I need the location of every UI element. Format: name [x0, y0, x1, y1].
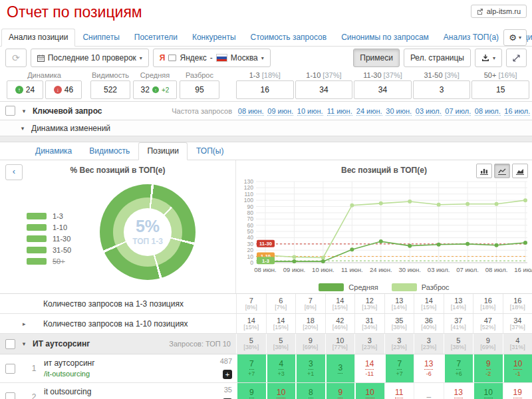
caret-down-icon[interactable]: ▾: [15, 340, 33, 347]
caret-right-icon[interactable]: ▸: [23, 321, 26, 327]
position-value[interactable]: 10: [513, 359, 522, 369]
position-value[interactable]: 9: [249, 388, 254, 398]
line-legend-item[interactable]: Средняя: [319, 283, 378, 291]
legend-swatch: [27, 258, 47, 265]
caret-down-icon[interactable]: ▾: [14, 125, 31, 132]
site-link[interactable]: alp-itsm.ru: [471, 5, 527, 18]
engine-region-dropdown[interactable]: Я Яндекс - Москва ▾: [153, 49, 271, 67]
period-dropdown[interactable]: Последние 10 проверок ▾: [31, 49, 149, 67]
chart-type-area-button[interactable]: [512, 164, 528, 178]
main-nav-tab[interactable]: Анализ ТОП(а): [436, 29, 506, 46]
position-cell: 10-1: [266, 383, 296, 399]
legend-swatch: [27, 247, 47, 253]
stats-bar: Динамика ↑24 ↓46 Видимость 522 Средняя 3…: [0, 69, 532, 101]
donut-legend-item[interactable]: 1-10: [27, 223, 71, 231]
chart-tab[interactable]: Динамика: [27, 142, 80, 160]
position-value[interactable]: 9: [338, 388, 342, 398]
date-link[interactable]: 09 июн.: [267, 107, 293, 116]
add-plus-button[interactable]: +: [223, 370, 232, 379]
position-cell: 13-2: [444, 383, 473, 399]
keyword-checkbox-wrap: [0, 354, 24, 382]
select-all-checkbox[interactable]: [5, 106, 15, 116]
position-value[interactable]: 14: [365, 359, 374, 369]
refresh-button[interactable]: ⟳: [5, 49, 27, 67]
value-percent: [38%]: [392, 325, 407, 331]
legend-label: Разброс: [422, 283, 450, 291]
position-value[interactable]: 7: [397, 359, 402, 369]
value-percent: [15%]: [273, 325, 289, 331]
position-value[interactable]: 7: [249, 359, 254, 369]
arrow-up-icon: ↑: [15, 86, 23, 94]
position-value[interactable]: 11: [395, 388, 403, 398]
position-cell: 10+3: [473, 383, 503, 399]
position-value[interactable]: 7: [456, 359, 461, 369]
value-cell: 14[15%]: [236, 314, 266, 333]
settings-gear-button[interactable]: ⚙▾: [503, 29, 527, 46]
page-title: Отчет по позициям: [7, 3, 525, 21]
group-checkbox[interactable]: [5, 339, 15, 349]
chart-type-bars-button[interactable]: [476, 164, 492, 178]
position-value[interactable]: 9: [486, 359, 491, 369]
value-cell: 16[18%]: [473, 294, 503, 313]
visibility-value: 522: [90, 80, 130, 99]
donut-legend-item[interactable]: 1-3: [27, 212, 71, 220]
position-value[interactable]: 3: [309, 359, 313, 369]
expand-all-caret-icon[interactable]: ▾: [15, 108, 33, 114]
value-cell: 14[15%]: [325, 294, 355, 313]
position-cell: 19-9: [503, 383, 532, 399]
chart-tab[interactable]: ТОП(ы): [188, 142, 232, 160]
donut-legend-item[interactable]: 50+: [27, 257, 71, 265]
position-value[interactable]: 3: [338, 363, 342, 373]
position-value[interactable]: 10: [484, 388, 493, 398]
position-value[interactable]: 10: [277, 388, 285, 398]
position-value[interactable]: 10: [366, 388, 374, 398]
value-percent: [15%]: [332, 305, 348, 311]
date-link[interactable]: 08 июн.: [238, 107, 264, 116]
keyword-checkbox[interactable]: [5, 392, 15, 399]
date-link[interactable]: 07 июл.: [445, 107, 471, 116]
line-legend-item[interactable]: Разброс: [392, 283, 450, 291]
main-nav-tab[interactable]: Синонимы по запросам: [334, 29, 436, 46]
position-value[interactable]: 19: [513, 388, 522, 398]
donut-title: % Вес позиций в ТОП(е): [0, 166, 235, 175]
legend-swatch: [392, 283, 417, 291]
date-link[interactable]: 16 июл.: [504, 107, 530, 116]
date-link[interactable]: 30 июн.: [386, 107, 412, 116]
date-column-header: 08 июл.: [473, 107, 503, 115]
position-value[interactable]: 4: [279, 359, 283, 369]
position-value[interactable]: 13: [454, 388, 463, 398]
legend-swatch: [319, 283, 344, 291]
main-nav-tab[interactable]: Стоимость запросов: [243, 29, 334, 46]
value-cell: 12[13%]: [354, 294, 384, 313]
main-nav-tab[interactable]: Конкуренты: [185, 29, 243, 46]
date-link[interactable]: 03 июл.: [416, 107, 442, 116]
date-link[interactable]: 10 июн.: [297, 107, 323, 116]
keyword-checkbox[interactable]: [5, 364, 15, 374]
main-nav-tab[interactable]: Сниппеты: [75, 29, 126, 46]
period-label: Последние 10 проверок: [48, 53, 136, 63]
date-link[interactable]: 24 июн.: [356, 107, 382, 116]
position-cell: 3+1: [295, 354, 325, 382]
keyword-url-link[interactable]: /it-outsourcing: [44, 369, 201, 378]
donut-legend-item[interactable]: 11-30: [27, 235, 71, 243]
expand-button[interactable]: [506, 49, 527, 67]
main-nav-tab[interactable]: Посетители: [127, 29, 185, 46]
chart-tab[interactable]: Видимость: [80, 142, 138, 160]
value-percent: [31%]: [510, 344, 525, 351]
download-button[interactable]: ▾: [475, 49, 502, 67]
position-value[interactable]: 13: [424, 359, 433, 369]
value-cell: 13[14%]: [384, 294, 414, 313]
spread-value: 95: [180, 80, 219, 99]
impurities-button[interactable]: Примеси: [353, 49, 400, 67]
position-buckets: 1-3 [18%]161-10 [37%]3411-30 [37%]3431-5…: [236, 70, 529, 99]
chart-type-line-button[interactable]: [494, 164, 510, 178]
date-link[interactable]: 11 июн.: [327, 107, 352, 116]
donut-legend-item[interactable]: 31-50: [27, 246, 71, 254]
position-value[interactable]: 8: [309, 388, 313, 398]
position-cell: 9-1: [325, 383, 355, 399]
chart-tab[interactable]: Позиции: [138, 142, 188, 160]
collapse-panel-button[interactable]: ‹: [5, 164, 23, 180]
date-link[interactable]: 08 июл.: [475, 107, 501, 116]
rel-pages-button[interactable]: Рел. страницы: [404, 49, 471, 67]
main-nav-tab[interactable]: Анализ позиции: [1, 29, 75, 47]
